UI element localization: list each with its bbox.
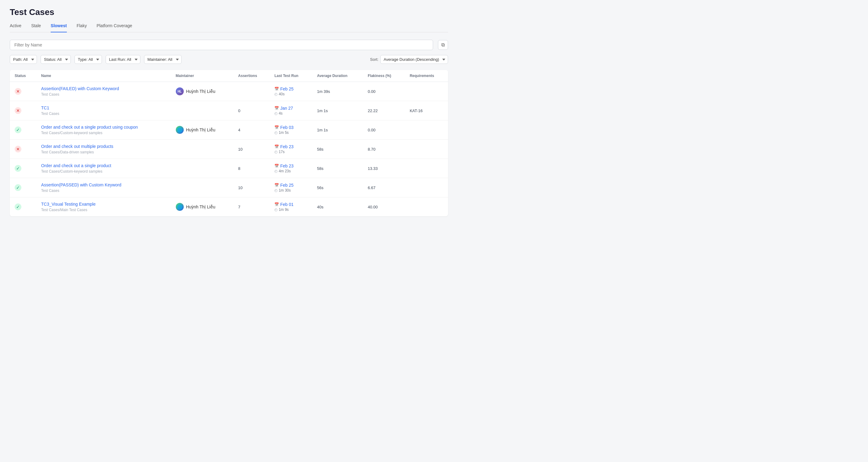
status-cell: ✓ — [10, 178, 36, 197]
maintainer-cell: 🌐Huỳnh Thị Liễu — [176, 203, 228, 211]
last-run-cell: 📅 Feb 23 ◴ 17s — [270, 140, 312, 159]
col-flakiness: Flakiness (%) — [363, 70, 405, 82]
name-cell: Order and check out multiple products Te… — [36, 140, 171, 159]
clock-icon: ◴ — [274, 131, 277, 135]
calendar-icon: 📅 — [274, 145, 279, 149]
avg-duration-cell: 58s — [312, 159, 363, 178]
col-name: Name — [36, 70, 171, 82]
avg-duration-cell: 40s — [312, 197, 363, 216]
last-run-date: 📅 Feb 01 — [274, 202, 307, 207]
search-input[interactable] — [10, 40, 433, 50]
status-icon: ✕ — [14, 107, 21, 114]
status-filter[interactable]: Status: All — [40, 55, 71, 64]
last-run-filter[interactable]: Last Run: All — [105, 55, 141, 64]
avatar: 🌐 — [176, 203, 184, 211]
last-run-date: 📅 Feb 23 — [274, 164, 307, 168]
name-cell: Assertion(FAILED) with Custom Keyword Te… — [36, 82, 171, 101]
avatar: HL — [176, 87, 184, 95]
last-run-date: 📅 Feb 25 — [274, 183, 307, 187]
assertions-cell: 10 — [233, 140, 270, 159]
maintainer-cell: HLHuỳnh Thị Liễu — [176, 87, 228, 95]
clock-icon: ◴ — [274, 111, 277, 115]
test-name-link[interactable]: TC1 — [41, 106, 166, 110]
tab-stale[interactable]: Stale — [31, 23, 41, 32]
col-status: Status — [10, 70, 36, 82]
test-path: Test Cases/Custom-keyword samples — [41, 169, 102, 174]
name-cell: Order and check out a single product Tes… — [36, 159, 171, 178]
name-cell: Order and check out a single product usi… — [36, 120, 171, 140]
calendar-icon: 📅 — [274, 106, 279, 110]
last-run-duration: ◴ 1m 5s — [274, 131, 307, 135]
status-icon: ✓ — [14, 165, 21, 172]
test-path: Test Cases/Main Test Cases — [41, 208, 87, 212]
last-run-duration: ◴ 4s — [274, 111, 307, 115]
last-run-date: 📅 Feb 23 — [274, 144, 307, 149]
flakiness-cell: 40.00 — [363, 197, 405, 216]
page-title: Test Cases — [10, 7, 448, 17]
tab-platform-coverage[interactable]: Platform Coverage — [96, 23, 132, 32]
toolbar: ⧉ — [10, 40, 448, 50]
tab-flaky[interactable]: Flaky — [76, 23, 87, 32]
test-name-link[interactable]: Assertion(FAILED) with Custom Keyword — [41, 86, 166, 91]
table-row: ✓ TC3_Visual Testing Example Test Cases/… — [10, 197, 448, 216]
maintainer-td — [171, 178, 234, 197]
maintainer-td — [171, 159, 234, 178]
sort-select[interactable]: Average Duration (Descending) — [380, 55, 448, 64]
last-run-date: 📅 Feb 03 — [274, 125, 307, 130]
last-run-duration: ◴ 1m 30s — [274, 188, 307, 193]
avg-duration-cell: 1m 1s — [312, 120, 363, 140]
flakiness-cell: 8.70 — [363, 140, 405, 159]
maintainer-filter[interactable]: Maintainer: All — [144, 55, 182, 64]
flakiness-cell: 13.33 — [363, 159, 405, 178]
test-name-link[interactable]: Order and check out a single product — [41, 163, 166, 168]
path-filter[interactable]: Path: All — [10, 55, 37, 64]
avg-duration-cell: 1m 39s — [312, 82, 363, 101]
calendar-icon: 📅 — [274, 125, 279, 129]
last-run-cell: 📅 Feb 25 ◴ 1m 30s — [270, 178, 312, 197]
last-run-date: 📅 Feb 25 — [274, 86, 307, 91]
flakiness-cell: 6.67 — [363, 178, 405, 197]
type-filter[interactable]: Type: All — [74, 55, 102, 64]
col-assertions: Assertions — [233, 70, 270, 82]
last-run-duration: ◴ 40s — [274, 92, 307, 96]
maintainer-td — [171, 101, 234, 120]
test-path: Test Cases/Custom-keyword samples — [41, 131, 102, 135]
last-run-cell: 📅 Feb 01 ◴ 1m 9s — [270, 197, 312, 216]
clock-icon: ◴ — [274, 188, 277, 193]
clock-icon: ◴ — [274, 150, 277, 154]
avatar: 🌐 — [176, 126, 184, 134]
col-avg-duration: Average Duration — [312, 70, 363, 82]
table-header-row: Status Name Maintainer Assertions Last T… — [10, 70, 448, 82]
table-row: ✕ Order and check out multiple products … — [10, 140, 448, 159]
table-row: ✕ TC1 Test Cases 0 📅 Jan 27 ◴ 4s 1m 1s 2… — [10, 101, 448, 120]
tab-active[interactable]: Active — [10, 23, 21, 32]
maintainer-td: HLHuỳnh Thị Liễu — [171, 82, 234, 101]
avg-duration-cell: 56s — [312, 178, 363, 197]
test-name-link[interactable]: Assertion(PASSED) with Custom Keyword — [41, 182, 166, 187]
filters-bar: Path: All Status: All Type: All Last Run… — [10, 55, 448, 64]
status-cell: ✓ — [10, 120, 36, 140]
last-run-duration: ◴ 1m 9s — [274, 207, 307, 212]
maintainer-cell: 🌐Huỳnh Thị Liễu — [176, 126, 228, 134]
test-name-link[interactable]: TC3_Visual Testing Example — [41, 202, 166, 207]
tab-slowest[interactable]: Slowest — [51, 23, 67, 32]
calendar-icon: 📅 — [274, 164, 279, 168]
assertions-cell — [233, 82, 270, 101]
flakiness-cell: 0.00 — [363, 82, 405, 101]
copy-button[interactable]: ⧉ — [438, 40, 448, 50]
requirements-cell — [405, 140, 448, 159]
maintainer-name: Huỳnh Thị Liễu — [186, 89, 215, 94]
test-name-link[interactable]: Order and check out a single product usi… — [41, 125, 166, 129]
table-row: ✓ Assertion(PASSED) with Custom Keyword … — [10, 178, 448, 197]
test-path: Test Cases — [41, 92, 59, 96]
calendar-icon: 📅 — [274, 202, 279, 207]
tabs-nav: Active Stale Slowest Flaky Platform Cove… — [10, 23, 448, 32]
test-path: Test Cases/Data-driven samples — [41, 150, 94, 154]
test-name-link[interactable]: Order and check out multiple products — [41, 144, 166, 149]
status-icon: ✕ — [14, 88, 21, 95]
maintainer-name: Huỳnh Thị Liễu — [186, 204, 215, 209]
last-run-date: 📅 Jan 27 — [274, 106, 307, 111]
flakiness-cell: 0.00 — [363, 120, 405, 140]
requirements-cell — [405, 82, 448, 101]
status-icon: ✓ — [14, 126, 21, 133]
